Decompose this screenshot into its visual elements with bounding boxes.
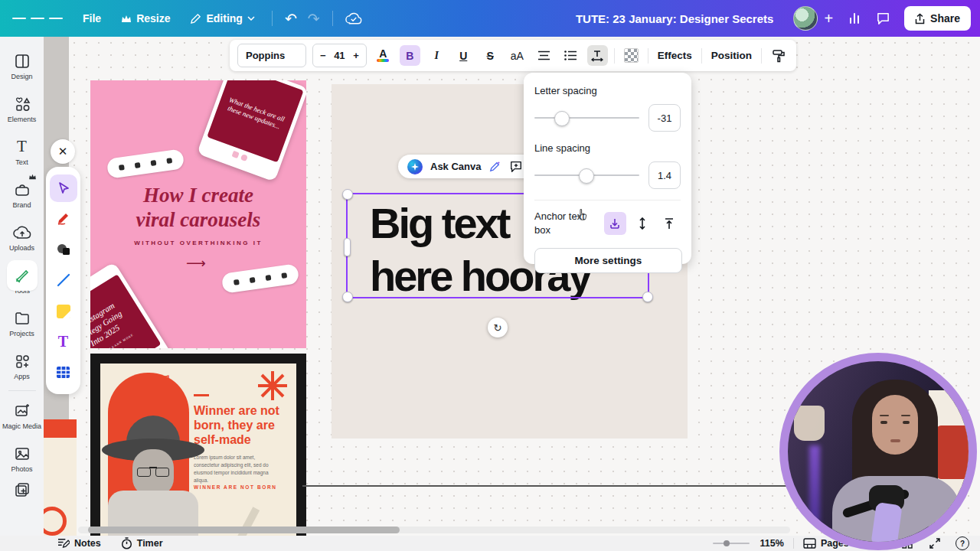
underline-button[interactable]: U bbox=[453, 45, 474, 66]
line-spacing-value[interactable]: 1.4 bbox=[648, 161, 681, 189]
rotate-handle[interactable]: ↻ bbox=[488, 318, 508, 337]
expand-icon bbox=[929, 538, 940, 549]
zoom-slider[interactable] bbox=[713, 543, 750, 544]
winner-photo-man bbox=[96, 409, 218, 536]
insights-button[interactable] bbox=[848, 11, 862, 25]
letter-spacing-thumb[interactable] bbox=[554, 111, 570, 126]
font-family-selector[interactable]: Poppins bbox=[237, 44, 306, 67]
close-tools-button[interactable]: ✕ bbox=[51, 139, 75, 164]
alignment-button[interactable] bbox=[534, 45, 554, 66]
timer-label: Timer bbox=[137, 538, 163, 549]
sticky-note-tool[interactable] bbox=[50, 298, 77, 325]
line-spacing-thumb[interactable] bbox=[579, 168, 594, 184]
resize-menu[interactable]: Resize bbox=[121, 12, 170, 24]
rainbow-color-bar bbox=[377, 59, 389, 62]
sidebar-item-projects[interactable]: Projects bbox=[0, 302, 44, 344]
phone-mockup-bottom[interactable]: My Instagram Strategy Going Into 2025 SW… bbox=[90, 262, 175, 348]
fullscreen-button[interactable] bbox=[929, 538, 940, 549]
help-label: ? bbox=[960, 540, 965, 548]
chevron-down-icon bbox=[247, 16, 255, 21]
spacing-button[interactable] bbox=[587, 45, 608, 66]
font-size-value[interactable]: 41 bbox=[334, 50, 345, 61]
resize-handle-bottom-right[interactable] bbox=[642, 292, 653, 302]
invite-member-button[interactable]: + bbox=[824, 10, 833, 28]
zoom-slider-thumb[interactable] bbox=[724, 540, 730, 546]
lamp bbox=[794, 406, 825, 441]
sidebar-item-apps[interactable]: Apps bbox=[0, 344, 44, 387]
editing-mode-dropdown[interactable]: Editing bbox=[190, 12, 254, 24]
starburst-icon bbox=[256, 370, 289, 402]
sidebar-label: Projects bbox=[9, 330, 34, 337]
redo-button[interactable]: ↷ bbox=[308, 10, 320, 28]
sidebar-item-elements[interactable]: Elements bbox=[0, 87, 44, 130]
resize-handle-bottom-left[interactable] bbox=[342, 292, 353, 302]
sidebar-item-text[interactable]: T Text bbox=[0, 130, 44, 173]
magic-media-icon bbox=[14, 402, 31, 420]
help-button[interactable]: ? bbox=[956, 536, 969, 550]
bold-button[interactable]: B bbox=[400, 45, 420, 66]
sidebar-item-tools[interactable]: Tools bbox=[0, 259, 44, 302]
font-size-increase[interactable]: + bbox=[353, 50, 359, 61]
add-comment-icon[interactable] bbox=[509, 160, 523, 173]
draw-tool[interactable] bbox=[50, 205, 77, 233]
letter-spacing-value[interactable]: -31 bbox=[648, 104, 681, 132]
avatar[interactable] bbox=[793, 6, 818, 31]
sidebar-item-uploads[interactable]: Uploads bbox=[0, 216, 44, 259]
copy-style-button[interactable] bbox=[768, 45, 789, 66]
phone-mockup-top[interactable]: What the heck are all these new updates.… bbox=[197, 80, 306, 182]
horizontal-scrollbar-thumb[interactable] bbox=[88, 527, 400, 533]
share-button[interactable]: Share bbox=[904, 6, 971, 31]
shapes-tool[interactable] bbox=[50, 236, 77, 263]
anchor-top-button[interactable] bbox=[658, 212, 681, 235]
text-case-button[interactable]: aA bbox=[507, 45, 528, 66]
text-color-button[interactable]: A bbox=[373, 45, 394, 66]
cursor-hand-icon bbox=[576, 207, 588, 221]
menu-icon[interactable] bbox=[12, 15, 63, 21]
line-spacing-slider[interactable] bbox=[534, 168, 639, 182]
design-page-winner-poster[interactable]: WINNER Winner are not born, they are sel… bbox=[90, 354, 306, 536]
magic-edit-icon[interactable] bbox=[488, 160, 501, 173]
sidebar-divider bbox=[8, 390, 36, 391]
zoom-level[interactable]: 115% bbox=[760, 538, 784, 549]
timer-button[interactable]: Timer bbox=[121, 537, 163, 549]
position-button[interactable]: Position bbox=[708, 50, 755, 61]
more-settings-button[interactable]: More settings bbox=[534, 248, 682, 273]
font-size-stepper: − 41 + bbox=[312, 44, 367, 67]
resize-handle-left[interactable] bbox=[344, 238, 351, 256]
sidebar-item-photos[interactable]: Photos bbox=[0, 437, 44, 480]
transparency-button[interactable] bbox=[621, 45, 642, 66]
effects-button[interactable]: Effects bbox=[655, 50, 695, 61]
letter-spacing-slider[interactable] bbox=[534, 111, 639, 125]
cloud-save-status[interactable] bbox=[345, 12, 362, 24]
comments-button[interactable] bbox=[876, 11, 890, 25]
undo-button[interactable]: ↶ bbox=[285, 10, 297, 28]
text-icon: T bbox=[17, 138, 27, 156]
frames-icon bbox=[14, 481, 31, 499]
strikethrough-label: S bbox=[487, 50, 494, 62]
italic-button[interactable]: I bbox=[426, 45, 447, 66]
sidebar-item-brand[interactable]: Brand bbox=[0, 173, 44, 216]
font-size-decrease[interactable]: − bbox=[320, 50, 326, 61]
sidebar-item-magic-media[interactable]: Magic Media bbox=[0, 394, 44, 437]
anchor-middle-button[interactable] bbox=[631, 212, 653, 235]
bottombar-divider bbox=[793, 538, 794, 549]
list-button[interactable] bbox=[560, 45, 581, 66]
resize-handle-top-left[interactable] bbox=[342, 189, 353, 200]
strikethrough-button[interactable]: S bbox=[480, 45, 501, 66]
text-tool[interactable]: T bbox=[50, 328, 77, 356]
file-menu[interactable]: File bbox=[83, 12, 101, 24]
reaction-pill-bottom bbox=[221, 263, 300, 294]
document-title[interactable]: TUTE: 23 January: Designer Secrets bbox=[576, 12, 773, 25]
sidebar-label: Elements bbox=[8, 116, 37, 123]
design-page-pink-carousel[interactable]: What the heck are all these new updates.… bbox=[90, 80, 306, 348]
transparency-icon bbox=[624, 48, 639, 63]
notes-button[interactable]: Notes bbox=[57, 538, 101, 549]
partial-page-left-bottom-header[interactable] bbox=[44, 419, 77, 438]
anchor-bottom-button[interactable] bbox=[604, 212, 626, 235]
line-tool[interactable] bbox=[50, 266, 77, 294]
sidebar-item-frames[interactable] bbox=[0, 480, 44, 500]
sidebar-item-design[interactable]: Design bbox=[0, 44, 44, 87]
left-sidebar: Design Elements T Text Brand Uploads Too… bbox=[0, 37, 44, 536]
select-tool[interactable] bbox=[50, 174, 77, 202]
table-tool[interactable] bbox=[50, 359, 77, 386]
